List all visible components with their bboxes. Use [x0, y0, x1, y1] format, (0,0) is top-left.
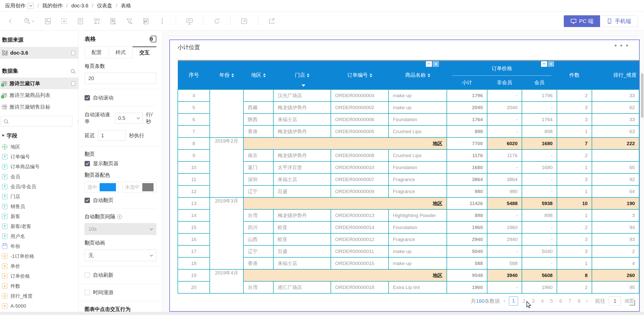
col-header-nonmember[interactable]: 非会员: [487, 76, 522, 90]
delay-input[interactable]: [98, 130, 126, 141]
cell-subtotal[interactable]: 11426: [447, 197, 487, 209]
cell-seq[interactable]: 11: [178, 173, 210, 185]
cell-nonmember[interactable]: -: [487, 125, 522, 137]
cell-store[interactable]: 欧亚: [273, 221, 331, 233]
cell-store[interactable]: 来福士店: [273, 114, 331, 125]
field-item[interactable]: 年份: [0, 241, 78, 251]
cell-nonmember[interactable]: -: [487, 209, 522, 221]
cell-order[interactable]: ORDER00000014: [331, 221, 389, 233]
info-icon[interactable]: i: [117, 215, 122, 219]
tab-样式[interactable]: 样式: [109, 46, 133, 58]
cell-store[interactable]: 百盛: [273, 185, 331, 197]
back-icon[interactable]: [6, 17, 15, 26]
sort-icon[interactable]: [370, 73, 372, 77]
breadcrumb-item[interactable]: 仪表盘: [97, 2, 112, 9]
cell-seq[interactable]: 15: [178, 221, 210, 233]
auto-refresh-checkbox[interactable]: [85, 272, 90, 278]
sort-icon[interactable]: [428, 73, 430, 77]
cell-seq[interactable]: 4: [178, 90, 210, 102]
cell-qty[interactable]: 1: [557, 161, 592, 173]
cell-subtotal[interactable]: 2040: [447, 102, 487, 114]
cell-member[interactable]: -: [522, 173, 557, 185]
time-travel-checkbox[interactable]: [85, 290, 90, 295]
cell-nonmember[interactable]: 1960: [487, 221, 522, 233]
page-size-input[interactable]: [85, 73, 156, 84]
cell-nonmember[interactable]: 3864: [487, 173, 522, 185]
copy-icon[interactable]: [71, 81, 75, 86]
field-item[interactable]: #件数: [0, 281, 78, 291]
field-item[interactable]: T门店: [0, 192, 78, 201]
cell-seq[interactable]: 6: [178, 114, 210, 125]
cell-subtotal[interactable]: 898: [447, 125, 487, 137]
collapse-columns-icon[interactable]: −: [426, 61, 432, 67]
cell-qty[interactable]: 2: [557, 221, 592, 233]
breadcrumb-item[interactable]: 表格: [121, 2, 131, 9]
field-item[interactable]: T订单商品编号: [0, 162, 78, 172]
cell-seq[interactable]: 14: [178, 209, 210, 221]
cell-member[interactable]: -: [522, 257, 557, 269]
cell-seq[interactable]: 19: [178, 269, 210, 281]
cell-region[interactable]: [243, 90, 273, 102]
cell-product[interactable]: Fragrance: [389, 173, 447, 185]
cell-store[interactable]: 港汇广场店: [273, 281, 331, 293]
auto-page-interval-select[interactable]: 10s: [85, 223, 156, 235]
cell-nonmember[interactable]: 1176: [487, 149, 522, 161]
col-header-qty[interactable]: 件数: [557, 60, 592, 90]
cell-seq[interactable]: 9: [178, 149, 210, 161]
subtotal-label-cell[interactable]: 地区: [243, 137, 447, 149]
cell-nonmember[interactable]: 980: [487, 185, 522, 197]
more-icon[interactable]: [158, 17, 167, 26]
cell-year[interactable]: [210, 90, 243, 137]
cell-store[interactable]: 百盛: [273, 245, 331, 257]
breadcrumb-item[interactable]: 我的创作: [42, 2, 63, 9]
excel-export-icon[interactable]: [151, 36, 156, 42]
cell-product[interactable]: Crushed Lips: [389, 125, 447, 137]
cell-order[interactable]: ORDER00000013: [331, 209, 389, 221]
selected-color-field[interactable]: 选中: [85, 182, 119, 193]
field-item[interactable]: #排行_维度: [0, 291, 78, 301]
unselected-color-swatch[interactable]: [142, 183, 154, 191]
cell-subtotal[interactable]: 1960: [447, 221, 487, 233]
cell-nonmember[interactable]: -: [487, 281, 522, 293]
col-header-member[interactable]: 会员: [522, 76, 557, 90]
unselected-color-field[interactable]: 未选中: [122, 182, 157, 193]
field-item[interactable]: T订单编号: [0, 152, 78, 162]
cell-nonmember[interactable]: 5488: [487, 197, 522, 209]
cell-year[interactable]: 2019年4月: [210, 269, 243, 293]
cell-store[interactable]: 汉光广场店: [273, 90, 331, 102]
cell-store[interactable]: 来福士店: [273, 173, 331, 185]
cell-product[interactable]: make up: [389, 102, 447, 114]
cell-store[interactable]: 欧亚: [273, 233, 331, 245]
cell-rank[interactable]: 62: [592, 102, 639, 114]
page-number[interactable]: 7: [567, 298, 573, 304]
cell-region[interactable]: 西藏: [243, 102, 273, 114]
expand-columns-icon[interactable]: +: [433, 61, 439, 67]
cell-region[interactable]: 辽宁: [243, 185, 273, 197]
page-number[interactable]: 4: [539, 298, 546, 304]
cell-qty[interactable]: 3: [557, 102, 592, 114]
cell-member[interactable]: 1960: [522, 281, 557, 293]
cell-nonmember[interactable]: 2940: [487, 233, 522, 245]
field-item[interactable]: T会员/非会员: [0, 182, 78, 192]
field-search-input[interactable]: [10, 119, 69, 124]
cell-region[interactable]: 四川: [243, 221, 273, 233]
selected-color-swatch[interactable]: [100, 183, 116, 191]
col-header-rank[interactable]: 排行_维度: [592, 60, 639, 90]
cell-product[interactable]: Extra Lip tint: [389, 281, 447, 293]
expand-columns-icon[interactable]: +: [548, 61, 554, 67]
cell-order[interactable]: ORDER00000002: [331, 102, 389, 114]
breadcrumb-item[interactable]: doc-3.6: [71, 3, 88, 9]
cell-order[interactable]: ORDER00000005: [331, 125, 389, 137]
cell-product[interactable]: Crushed Lips: [389, 149, 447, 161]
page-number[interactable]: 8: [576, 298, 582, 304]
cell-region[interactable]: 台湾: [243, 281, 273, 293]
cell-qty[interactable]: 2: [557, 281, 592, 293]
subtotal-label-cell[interactable]: 地区: [243, 197, 447, 209]
cell-member[interactable]: -: [522, 102, 557, 114]
cell-qty[interactable]: 1: [557, 209, 592, 221]
col-header-year[interactable]: 年份: [210, 60, 243, 90]
cell-qty[interactable]: 8: [557, 269, 592, 281]
page-number[interactable]: 5: [548, 298, 555, 304]
field-item[interactable]: #-1订单价格: [0, 251, 78, 261]
cell-seq[interactable]: 8: [178, 137, 210, 149]
